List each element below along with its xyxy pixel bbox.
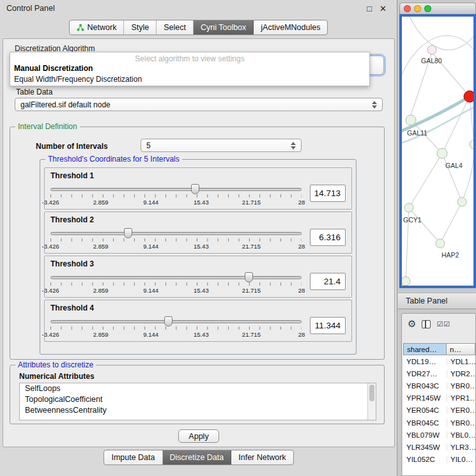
list-item[interactable]: TopologicalCoefficient — [20, 394, 376, 405]
network-node[interactable] — [437, 148, 447, 158]
threshold-4-label: Threshold 4 — [50, 303, 346, 312]
scrollbar-thumb[interactable] — [369, 385, 374, 401]
threshold-4-box: Threshold 4 -3.426 2.859 9.144 15.43 — [44, 300, 352, 342]
node-table: shared… n… YDL19… YDL1… YDR27… YDR2… YBR… — [403, 343, 475, 475]
algorithm-option-placeholder[interactable]: Select algorithm to view settings — [10, 52, 369, 63]
threshold-4-value-field[interactable]: 11.344 — [310, 317, 346, 334]
node-label: GCY1 — [403, 216, 422, 224]
cyni-toolbox-panel: Discretization Algorithm Select algorith… — [3, 38, 395, 447]
list-item[interactable]: SelfLoops — [20, 383, 376, 394]
threshold-2-value-field[interactable]: 6.316 — [310, 229, 346, 246]
apply-button[interactable]: Apply — [178, 429, 219, 443]
network-canvas[interactable]: GAL80 GAL11 GAL4 GCY1 HAP2 — [399, 14, 476, 288]
network-node[interactable] — [404, 203, 413, 212]
tab-discretize-data[interactable]: Discretize Data — [163, 450, 232, 464]
tab-infer-network[interactable]: Infer Network — [231, 450, 293, 464]
tab-impute-data[interactable]: Impute Data — [104, 450, 162, 464]
table-row[interactable]: YBL079W YBL0… — [403, 429, 475, 441]
column-header-name[interactable]: n… — [447, 343, 475, 355]
control-panel-titlebar: Control Panel □ ✕ — [0, 0, 397, 17]
network-node[interactable] — [427, 45, 436, 54]
table-row[interactable]: YDR27… YDR2… — [403, 367, 475, 380]
float-window-icon[interactable]: □ — [367, 4, 372, 13]
tab-style[interactable]: Style — [124, 20, 157, 35]
network-icon — [77, 24, 84, 31]
threshold-2-slider[interactable]: -3.426 2.859 9.144 15.43 21.715 28 — [50, 227, 302, 253]
list-scrollbar[interactable] — [367, 383, 376, 420]
threshold-2-label: Threshold 2 — [50, 215, 346, 224]
list-item[interactable]: BetweennessCentrality — [20, 405, 376, 416]
table-row[interactable]: YDL19… YDL1… — [403, 355, 475, 367]
network-node[interactable] — [436, 239, 445, 248]
threshold-1-value-field[interactable]: 14.713 — [310, 185, 346, 202]
control-panel-tabbar: Network Style Select Cyni Toolbox jActiv… — [0, 20, 397, 35]
table-data-combobox[interactable]: galFiltered.sif default node — [15, 98, 383, 111]
table-row[interactable]: YLR345W YLR3… — [403, 441, 475, 453]
network-node[interactable] — [406, 115, 416, 125]
slider-track[interactable] — [50, 276, 302, 279]
slider-track[interactable] — [50, 188, 302, 191]
table-toolbar: ⚙ ☑☑ — [402, 314, 475, 334]
slider-track[interactable] — [50, 320, 302, 323]
slider-thumb[interactable] — [164, 316, 173, 326]
close-traffic-light[interactable] — [404, 5, 411, 12]
combobox-stepper-icon — [287, 142, 296, 150]
threshold-4-slider[interactable]: -3.426 2.859 9.144 15.43 21.715 28 — [50, 316, 302, 341]
slider-ticks — [50, 326, 302, 330]
gear-icon[interactable]: ⚙ — [408, 318, 416, 330]
node-label: HAP2 — [441, 251, 459, 259]
number-of-intervals-label: Number of Intervals — [36, 142, 108, 151]
slider-thumb[interactable] — [191, 184, 199, 194]
network-node[interactable] — [457, 197, 466, 206]
threshold-1-slider[interactable]: -3.426 2.859 9.144 15.43 21.715 28 — [50, 183, 302, 209]
network-view-window: GAL80 GAL11 GAL4 GCY1 HAP2 — [399, 3, 476, 288]
slider-thumb[interactable] — [124, 228, 132, 238]
threshold-1-box: Threshold 1 -3.426 2.859 9.144 15.43 — [44, 167, 352, 210]
threshold-3-value-field[interactable]: 21.4 — [310, 273, 346, 290]
interval-definition-group: Interval Definition Number of Intervals … — [10, 127, 385, 360]
table-row[interactable]: YBR043C YBR0… — [403, 380, 475, 392]
attributes-group-title: Attributes to discretize — [15, 360, 96, 369]
slider-ticks — [50, 194, 302, 197]
numerical-attributes-label: Numerical Attributes — [19, 372, 95, 381]
table-row[interactable]: YER054C YER0… — [403, 404, 475, 417]
table-row[interactable]: YIL052C YIL0… — [403, 454, 475, 466]
cyni-bottom-tabbar: Impute Data Discretize Data Infer Networ… — [0, 450, 397, 465]
slider-scale: -3.426 2.859 9.144 15.43 21.715 28 — [50, 331, 302, 339]
threshold-1-label: Threshold 1 — [50, 171, 346, 180]
table-data-label: Table Data — [16, 88, 52, 96]
network-node-selected[interactable] — [464, 91, 473, 102]
table-row[interactable]: YBR045C YBR0… — [403, 417, 475, 429]
zoom-traffic-light[interactable] — [424, 5, 431, 12]
table-panel-window: ⚙ ☑☑ shared… n… YDL19… YDL1… YDR27… YDR2… — [401, 313, 476, 476]
table-row[interactable]: YPR145W YPR1… — [403, 392, 475, 404]
tab-select[interactable]: Select — [157, 20, 194, 35]
algorithm-option-equal-width[interactable]: Equal Width/Frequency Discretization — [10, 74, 369, 85]
show-columns-icon[interactable] — [422, 320, 431, 328]
slider-scale: -3.426 2.859 9.144 15.43 21.715 28 — [50, 199, 302, 206]
slider-ticks — [50, 282, 302, 286]
threshold-2-box: Threshold 2 -3.426 2.859 9.144 15.43 — [44, 211, 352, 254]
tab-cyni-toolbox[interactable]: Cyni Toolbox — [194, 20, 254, 35]
close-window-icon[interactable]: ✕ — [380, 4, 387, 13]
network-node[interactable] — [402, 277, 410, 286]
slider-thumb[interactable] — [245, 272, 253, 282]
slider-ticks — [50, 238, 302, 242]
combobox-stepper-icon — [368, 101, 377, 109]
slider-track[interactable] — [50, 232, 302, 235]
numerical-attributes-list[interactable]: SelfLoops TopologicalCoefficient Between… — [19, 383, 376, 420]
interval-definition-title: Interval Definition — [15, 122, 80, 131]
threshold-3-box: Threshold 3 -3.426 2.859 9.144 15.43 — [44, 256, 352, 298]
number-of-intervals-combobox[interactable]: 5 — [141, 139, 302, 152]
table-data-value: galFiltered.sif default node — [20, 100, 111, 109]
table-panel-header[interactable]: Table Panel — [398, 293, 476, 309]
tab-network[interactable]: Network — [70, 20, 125, 35]
network-node[interactable] — [470, 140, 473, 149]
threshold-3-slider[interactable]: -3.426 2.859 9.144 15.43 21.715 28 — [50, 272, 302, 297]
column-header-shared-name[interactable]: shared… — [403, 343, 447, 355]
tab-jactivemnodules[interactable]: jActiveMNodules — [254, 20, 327, 35]
minimize-traffic-light[interactable] — [414, 5, 421, 12]
control-panel-title: Control Panel — [6, 4, 55, 13]
algorithm-option-manual[interactable]: Manual Discretization — [10, 63, 369, 74]
select-columns-icons[interactable]: ☑☑ — [436, 320, 450, 328]
